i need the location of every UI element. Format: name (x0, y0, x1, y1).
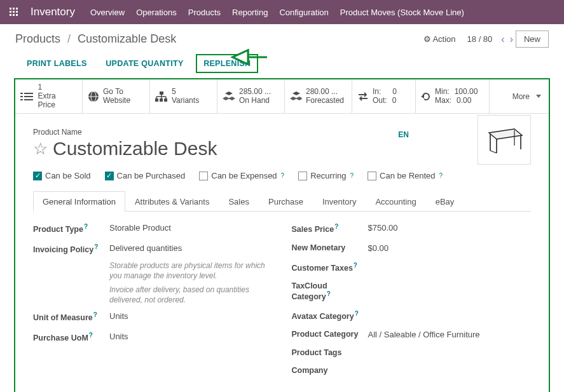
product-name[interactable]: Customizable Desk (53, 138, 217, 159)
stat-inout[interactable]: In:0 Out:0 (352, 79, 416, 113)
svg-rect-2 (20, 99, 23, 100)
cb-can-be-sold[interactable]: ✓Can be Sold (33, 171, 91, 180)
stat-in-label: In: (373, 88, 381, 97)
breadcrumb-sep: / (67, 32, 71, 45)
product-type-label: Product Type? (33, 223, 109, 234)
checkbox-icon: ✓ (105, 172, 114, 180)
action-label: Action (432, 34, 455, 44)
tab-purchase[interactable]: Purchase (259, 191, 313, 212)
tab-ebay[interactable]: eBay (426, 191, 464, 212)
product-category-value[interactable]: All / Saleable / Office Furniture (368, 330, 532, 339)
purchase-uom-label: Purchase UoM? (33, 332, 109, 342)
cb-can-be-purchased[interactable]: ✓Can be Purchased (105, 171, 186, 180)
apps-icon[interactable] (9, 7, 19, 17)
new-monetary-value[interactable]: $0.00 (368, 243, 532, 253)
caret-down-icon (536, 95, 541, 98)
uom-value[interactable]: Units (109, 311, 273, 322)
product-name-label: Product Name (33, 128, 531, 137)
nav-products[interactable]: Products (188, 8, 221, 17)
print-labels-button[interactable]: PRINT LABELS (20, 55, 93, 72)
stat-more[interactable]: More (507, 79, 549, 113)
stat-forecast[interactable]: 280.00 ...Forecasted (285, 79, 352, 113)
help-icon[interactable]: ? (439, 172, 443, 179)
sales-price-label: Sales Price? (292, 223, 368, 234)
stat-variants[interactable]: 5Variants (150, 79, 217, 113)
action-dropdown[interactable]: ⚙ Action (423, 34, 456, 44)
avatax-category-value[interactable] (368, 310, 532, 321)
cb-can-be-expensed[interactable]: Can be Expensed? (199, 171, 284, 180)
help-icon[interactable]: ? (94, 243, 98, 250)
taxcloud-category-value[interactable] (368, 281, 532, 301)
customer-taxes-value[interactable] (368, 262, 532, 273)
list-icon (20, 91, 34, 102)
desk-icon (485, 125, 523, 154)
favorite-star-icon[interactable]: ☆ (33, 139, 48, 159)
tabs: General Information Attributes & Variant… (33, 191, 531, 212)
stat-more-label: More (512, 92, 530, 101)
product-image[interactable] (478, 115, 531, 165)
stat-minmax[interactable]: Min:100.00 Max:0.00 (416, 79, 490, 113)
help-icon[interactable]: ? (327, 290, 331, 297)
stat-out-label: Out: (373, 97, 387, 105)
language-button[interactable]: EN (398, 130, 409, 139)
help-icon[interactable]: ? (93, 311, 97, 318)
help-icon[interactable]: ? (334, 223, 338, 230)
tab-inventory[interactable]: Inventory (313, 191, 366, 212)
stat-onhand-label: On Hand (239, 97, 271, 105)
brand[interactable]: Inventory (31, 6, 75, 18)
cb-expensed-label: Can be Expensed (211, 171, 277, 180)
product-type-value[interactable]: Storable Product (109, 223, 273, 234)
tab-accounting[interactable]: Accounting (366, 191, 425, 212)
update-quantity-button[interactable]: UPDATE QUANTITY (99, 55, 189, 72)
stat-extra-price-label: Extra Price (38, 92, 74, 110)
company-value[interactable] (368, 366, 532, 375)
pager[interactable]: 18 / 80 (467, 34, 493, 44)
invoicing-policy-value[interactable]: Delivered quantities (109, 243, 273, 254)
stat-max-value: 0.00 (457, 97, 471, 105)
nav-configuration[interactable]: Configuration (279, 8, 328, 17)
cb-recurring[interactable]: Recurring? (298, 171, 354, 180)
stat-onhand-num: 285.00 ... (239, 88, 271, 97)
tab-sales[interactable]: Sales (219, 191, 259, 212)
nav-reporting[interactable]: Reporting (232, 8, 268, 17)
tab-attributes-variants[interactable]: Attributes & Variants (125, 191, 219, 212)
help-icon[interactable]: ? (355, 310, 359, 317)
help-icon[interactable]: ? (89, 332, 93, 339)
svg-marker-25 (489, 129, 522, 139)
right-column: Sales Price?$750.00 New Monetary$0.00 Cu… (292, 223, 532, 384)
tab-general-information[interactable]: General Information (33, 191, 125, 212)
stat-extra-price[interactable]: 1Extra Price (15, 79, 83, 113)
svg-marker-18 (225, 91, 233, 95)
nav-product-moves[interactable]: Product Moves (Stock Move Line) (340, 8, 464, 17)
help-icon[interactable]: ? (354, 262, 357, 269)
subheader: Products / Customizable Desk ⚙ Action 18… (0, 24, 564, 48)
help-icon[interactable]: ? (350, 172, 354, 179)
sales-price-value[interactable]: $750.00 (368, 223, 532, 234)
pager-prev-icon[interactable]: ‹ (499, 34, 507, 45)
stat-onhand[interactable]: 285.00 ...On Hand (217, 79, 285, 113)
hint-invoice: Invoice after delivery, based on quantit… (109, 285, 273, 305)
help-icon[interactable]: ? (281, 172, 285, 179)
cb-can-be-rented[interactable]: Can be Rented? (368, 171, 443, 180)
new-button[interactable]: New (516, 30, 549, 48)
stat-out-value: 0 (392, 97, 397, 105)
purchase-uom-value[interactable]: Units (109, 332, 273, 342)
svg-marker-21 (292, 91, 300, 95)
cubes-icon (223, 91, 235, 102)
stat-in-value: 0 (392, 88, 397, 97)
uom-label: Unit of Measure? (33, 311, 109, 322)
help-icon[interactable]: ? (84, 223, 88, 230)
product-tags-label: Product Tags (292, 348, 368, 357)
product-tags-value[interactable] (368, 348, 532, 357)
pager-next-icon[interactable]: › (507, 34, 516, 45)
stat-forecast-label: Forecasted (306, 97, 344, 105)
svg-rect-3 (24, 93, 33, 94)
stat-variants-num: 5 (172, 88, 199, 97)
nav-operations[interactable]: Operations (136, 8, 177, 17)
stat-website[interactable]: Go ToWebsite (83, 79, 150, 113)
cb-recurring-label: Recurring (310, 171, 346, 180)
nav-overview[interactable]: Overview (90, 8, 125, 17)
stat-min-label: Min: (435, 88, 450, 97)
breadcrumb-root[interactable]: Products (15, 32, 60, 45)
cb-rented-label: Can be Rented (380, 171, 435, 180)
